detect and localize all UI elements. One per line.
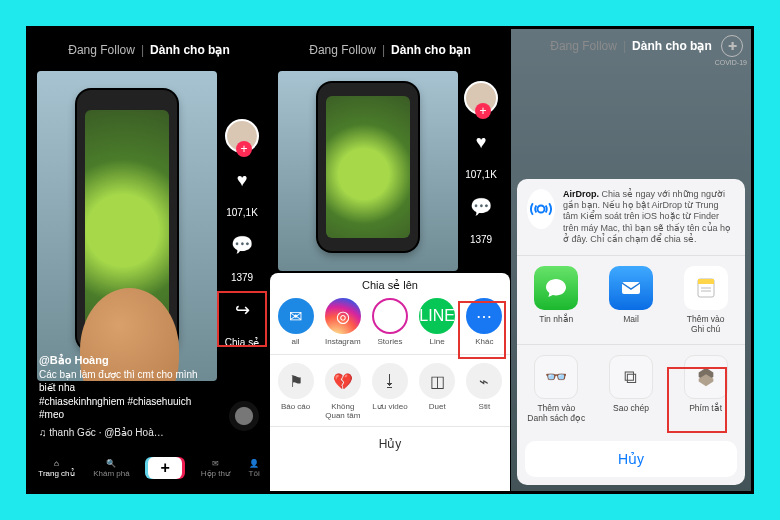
panel-3-ios-share: Đang Follow|Dành cho bạn ✚ COVID-19 ♫ Ca…: [511, 29, 751, 491]
feed-tabs: Đang Follow|Dành cho bạn: [29, 43, 269, 57]
action-rail: + ♥ 107,1K 💬 1379: [460, 81, 502, 245]
phone-illustration: [318, 83, 419, 251]
tab-following[interactable]: Đang Follow: [309, 43, 376, 57]
instagram-icon: ◎: [325, 298, 361, 334]
follow-plus-icon[interactable]: +: [236, 141, 252, 157]
like-button[interactable]: ♥: [225, 163, 259, 197]
line-icon: LINE: [419, 298, 455, 334]
svg-rect-1: [622, 282, 640, 294]
covid-badge-label: COVID-19: [715, 59, 747, 66]
video-viewport[interactable]: [37, 71, 217, 381]
nav-discover[interactable]: 🔍Khám phá: [93, 459, 129, 478]
author-handle[interactable]: @Bảo Hoàng: [39, 353, 209, 368]
app-notes[interactable]: Thêm vào Ghi chú: [676, 266, 736, 334]
bottom-nav: ⌂Trang chủ 🔍Khám phá + ✉Hộp thư 👤Tôi: [29, 445, 269, 491]
comment-icon: 💬: [231, 234, 253, 256]
action-save-video[interactable]: ⭳Lưu video: [368, 363, 412, 411]
nav-inbox[interactable]: ✉Hộp thư: [201, 459, 230, 478]
glasses-icon: 👓: [534, 355, 578, 399]
home-icon: ⌂: [54, 459, 59, 468]
action-duet[interactable]: ◫Duet: [415, 363, 459, 411]
share-mail[interactable]: ✉ail: [274, 298, 318, 346]
action-reading-list[interactable]: 👓Thêm vào Danh sách đọc: [526, 355, 586, 423]
like-count: 107,1K: [226, 207, 258, 218]
ios-share-sheet: AirDrop. Chia sẻ ngay với những người gầ…: [517, 179, 745, 485]
comment-icon: 💬: [470, 196, 492, 218]
mail-icon: [609, 266, 653, 310]
action-report[interactable]: ⚑Báo cáo: [274, 363, 318, 411]
ios-app-row: Tin nhắn Mail Thêm vào Ghi chú: [517, 256, 745, 344]
duet-icon: ◫: [419, 363, 455, 399]
search-icon: 🔍: [106, 459, 116, 468]
tab-for-you[interactable]: Dành cho bạn: [150, 43, 230, 57]
nav-home[interactable]: ⌂Trang chủ: [38, 459, 74, 478]
panel-2-tiktok-share: Đang Follow|Dành cho bạn + ♥ 107,1K 💬 13…: [270, 29, 511, 491]
profile-icon: 👤: [249, 459, 259, 468]
heart-icon: ♥: [237, 170, 248, 191]
notes-icon: [684, 266, 728, 310]
share-line[interactable]: LINELine: [415, 298, 459, 346]
heart-icon: ♥: [476, 132, 487, 153]
sound-disc[interactable]: [229, 401, 259, 431]
author-avatar[interactable]: +: [464, 81, 498, 115]
highlight-share: [217, 291, 267, 347]
video-viewport[interactable]: [278, 71, 458, 271]
mail-circle-icon: ✉: [278, 298, 314, 334]
inbox-icon: ✉: [212, 459, 219, 468]
tiktok-share-sheet: Chia sẻ lên ✉ail ◎Instagram ◎Stories LIN…: [270, 273, 510, 491]
panel-1-tiktok-feed: Đang Follow|Dành cho bạn + ♥ 107,1K 💬 13…: [29, 29, 270, 491]
like-button[interactable]: ♥: [464, 125, 498, 159]
airdrop-icon: [527, 189, 555, 229]
comment-count: 1379: [470, 234, 492, 245]
comment-button[interactable]: 💬: [225, 228, 259, 262]
share-title: Chia sẻ lên: [270, 273, 510, 292]
like-count: 107,1K: [465, 169, 497, 180]
covid-badge-icon[interactable]: ✚: [721, 35, 743, 57]
tab-following[interactable]: Đang Follow: [68, 43, 135, 57]
stitch-icon: ⌁: [466, 363, 502, 399]
share-actions-row: ⚑Báo cáo 💔Không Quan tâm ⭳Lưu video ◫Due…: [270, 357, 510, 426]
feed-tabs: Đang Follow|Dành cho bạn: [270, 43, 510, 57]
share-cancel[interactable]: Hủy: [270, 426, 510, 457]
action-stitch[interactable]: ⌁Stit: [462, 363, 506, 411]
highlight-more: [458, 301, 506, 359]
app-mail[interactable]: Mail: [601, 266, 661, 334]
author-avatar[interactable]: +: [225, 119, 259, 153]
app-messages[interactable]: Tin nhắn: [526, 266, 586, 334]
ios-cancel-button[interactable]: Hủy: [525, 441, 737, 477]
heart-broken-icon: 💔: [325, 363, 361, 399]
svg-rect-3: [698, 279, 714, 284]
stories-icon: ◎: [372, 298, 408, 334]
flag-icon: ⚑: [278, 363, 314, 399]
comment-count: 1379: [231, 272, 253, 283]
airdrop-section[interactable]: AirDrop. Chia sẻ ngay với những người gầ…: [517, 179, 745, 256]
highlight-shortcuts: [667, 367, 727, 433]
download-icon: ⭳: [372, 363, 408, 399]
tab-for-you[interactable]: Dành cho bạn: [391, 43, 471, 57]
svg-point-0: [538, 205, 545, 212]
action-not-interested[interactable]: 💔Không Quan tâm: [321, 363, 365, 420]
music-label[interactable]: ♫ thanh Gốc · @Bảo Hoà…: [39, 426, 209, 440]
caption-text: Các bạn làm được thì cmt cho mình biết n…: [39, 368, 209, 395]
airdrop-text: AirDrop. Chia sẻ ngay với những người gầ…: [563, 189, 735, 245]
share-instagram[interactable]: ◎Instagram: [321, 298, 365, 346]
share-stories[interactable]: ◎Stories: [368, 298, 412, 346]
comment-button[interactable]: 💬: [464, 190, 498, 224]
copy-icon: ⧉: [609, 355, 653, 399]
follow-plus-icon[interactable]: +: [475, 103, 491, 119]
video-meta: @Bảo Hoàng Các bạn làm được thì cmt cho …: [39, 353, 209, 439]
action-copy[interactable]: ⧉Sao chép: [601, 355, 661, 423]
nav-profile[interactable]: 👤Tôi: [249, 459, 260, 478]
messages-icon: [534, 266, 578, 310]
hashtags-text[interactable]: #chiasekinhnghiem #chiasehuuich #meo: [39, 395, 209, 422]
nav-create[interactable]: +: [148, 457, 182, 479]
feed-tabs-dimmed: Đang Follow|Dành cho bạn: [511, 39, 751, 53]
